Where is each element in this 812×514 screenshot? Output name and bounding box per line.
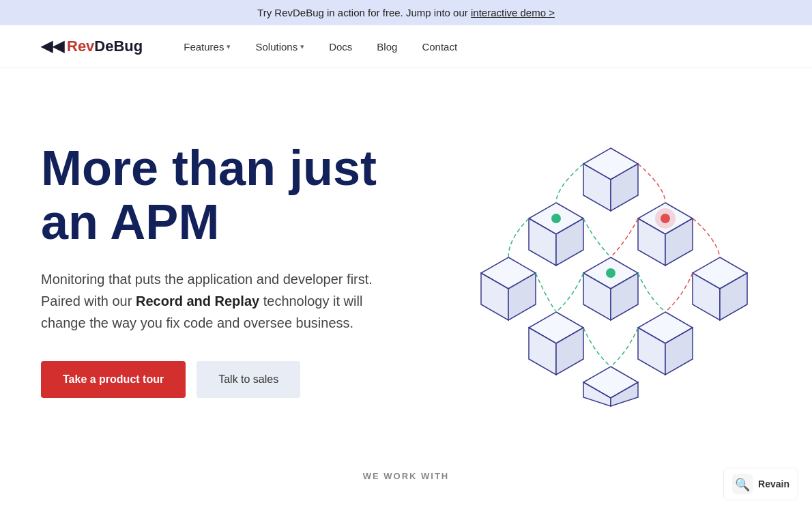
svg-point-30	[606, 268, 615, 278]
svg-point-29	[661, 214, 670, 223]
nav-item-solutions[interactable]: Solutions ▾	[255, 41, 304, 53]
navigation: ◀◀RevDeBug Features ▾ Solutions ▾ Docs B…	[0, 25, 812, 68]
nav-item-contact[interactable]: Contact	[422, 41, 457, 53]
nav-item-docs[interactable]: Docs	[329, 41, 352, 53]
hero-title-line1: More than just	[41, 141, 377, 195]
logo[interactable]: ◀◀RevDeBug	[41, 38, 143, 55]
banner-link[interactable]: interactive demo >	[471, 7, 555, 18]
nav-item-blog[interactable]: Blog	[377, 41, 397, 53]
logo-rev: Rev	[67, 38, 94, 55]
svg-point-27	[551, 214, 561, 223]
hero-graphic: .cube-top { fill: #f5f7ff; stroke: #3a3a…	[450, 126, 771, 413]
hero-buttons: Take a product tour Talk to sales	[41, 361, 450, 398]
banner-text: Try RevDeBug in action for free. Jump in…	[257, 7, 471, 18]
chevron-down-icon: ▾	[227, 42, 231, 51]
talk-to-sales-button[interactable]: Talk to sales	[197, 361, 300, 398]
nav-solutions-label: Solutions	[255, 41, 298, 53]
nav-links: Features ▾ Solutions ▾ Docs Blog Contact	[184, 41, 457, 53]
nav-contact-label: Contact	[422, 41, 457, 53]
hero-title-line2: an APM	[41, 195, 219, 249]
hero-title: More than just an APM	[41, 141, 450, 249]
logo-debug: DeBug	[94, 38, 143, 55]
chevron-down-icon: ▾	[300, 42, 304, 51]
revain-badge[interactable]: 🔍 Revain	[723, 468, 798, 500]
we-work-with-label: WE WORK WITH	[0, 457, 812, 495]
nav-docs-label: Docs	[329, 41, 352, 53]
hero-illustration: .cube-top { fill: #f5f7ff; stroke: #3a3a…	[467, 126, 754, 413]
top-banner: Try RevDeBug in action for free. Jump in…	[0, 0, 812, 25]
hero-content: More than just an APM Monitoring that pu…	[41, 141, 450, 398]
hero-subtitle: Monitoring that puts the application and…	[41, 268, 403, 334]
nav-item-features[interactable]: Features ▾	[184, 41, 231, 53]
nav-features-label: Features	[184, 41, 224, 53]
hero-subtitle-bold: Record and Replay	[136, 294, 259, 309]
revain-label: Revain	[758, 479, 789, 489]
product-tour-button[interactable]: Take a product tour	[41, 361, 186, 398]
svg-text:🔍: 🔍	[735, 477, 751, 492]
revain-icon: 🔍	[732, 474, 753, 494]
nav-blog-label: Blog	[377, 41, 397, 53]
logo-icon: ◀◀	[41, 38, 64, 55]
hero-section: More than just an APM Monitoring that pu…	[0, 68, 812, 457]
